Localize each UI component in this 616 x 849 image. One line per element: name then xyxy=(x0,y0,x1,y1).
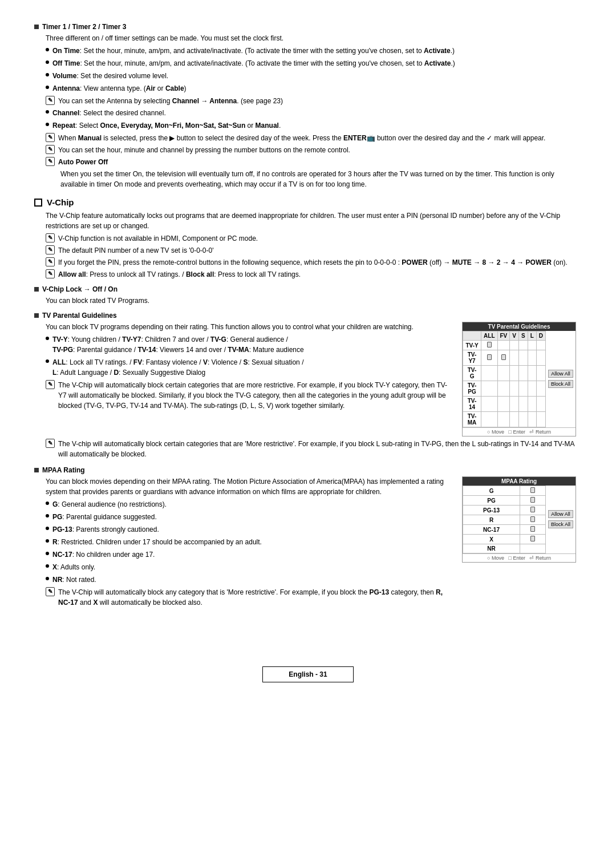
timer-item-channel: Channel: Select the desired channel. xyxy=(46,108,582,118)
vchip-note1: ✎ V-Chip function is not available in HD… xyxy=(46,233,582,244)
timer-intro: Three different on / off timer settings … xyxy=(46,33,582,43)
tv-table-footer: ○ Move □ Enter ⏎ Return xyxy=(463,427,576,436)
vchip-note4: ✎ Allow all: Press to unlock all TV rati… xyxy=(46,269,582,280)
cell xyxy=(528,412,536,427)
col-v: V xyxy=(510,331,519,341)
cell xyxy=(518,412,528,427)
vchip-lock-title: V-Chip Lock → Off / On xyxy=(34,285,582,293)
bullet-dot-x xyxy=(46,564,49,568)
mpaa-block-all-button[interactable]: Block All xyxy=(548,520,573,528)
col-l: L xyxy=(528,331,536,341)
timer-list: On Time: Set the hour, minute, am/pm, an… xyxy=(46,46,582,94)
cell xyxy=(497,366,510,381)
mpaa-cell xyxy=(520,496,546,506)
cell xyxy=(528,341,536,350)
cell xyxy=(510,366,519,381)
cell xyxy=(497,350,510,366)
vchip-title: V-Chip xyxy=(47,197,74,207)
rating-label: TV-Y7 xyxy=(463,350,481,366)
note-icon11: ✎ xyxy=(46,587,55,596)
cell xyxy=(510,397,519,412)
square-bullet-icon3 xyxy=(34,313,39,318)
tv-parental-text-col: You can block TV programs depending on t… xyxy=(34,322,451,413)
tv-table-buttons: Allow All Block All xyxy=(546,331,576,427)
mpaa-label: NR xyxy=(463,544,520,553)
auto-power-text: When you set the timer On, the televisio… xyxy=(60,169,582,189)
mpaa-label: G xyxy=(463,486,520,496)
cell xyxy=(497,381,510,397)
cell xyxy=(481,397,497,412)
cell xyxy=(528,366,536,381)
rating-label: TV-MA xyxy=(463,412,481,427)
mpaa-item-r: R: Restricted. Children under 17 should … xyxy=(46,537,451,547)
allow-all-button[interactable]: Allow All xyxy=(548,370,573,378)
bullet-dot-r xyxy=(46,539,49,543)
table-row: TV-Y7 xyxy=(463,350,546,366)
mpaa-item-x: X: Adults only. xyxy=(46,562,451,572)
cell xyxy=(481,412,497,427)
cell xyxy=(536,350,545,366)
timer-item-ontime: On Time: Set the hour, minute, am/pm, an… xyxy=(46,46,582,56)
note-icon5: ✎ xyxy=(46,233,55,242)
mpaa-title: MPAA Rating xyxy=(34,466,582,474)
mpaa-item-nr: NR: Not rated. xyxy=(46,575,451,585)
mpaa-table: MPAA Rating G PG xyxy=(462,476,582,563)
timer-item-volume: Volume: Set the desired volume level. xyxy=(46,71,582,81)
mpaa-item-pg: PG: Parental guidance suggested. xyxy=(46,512,451,522)
cell xyxy=(481,366,497,381)
repeat-note: ✎ When Manual is selected, press the ▶ b… xyxy=(46,133,582,143)
footer-area: English - 31 xyxy=(34,644,582,682)
cell xyxy=(518,366,528,381)
bullet-dot-icon2 xyxy=(46,60,49,64)
mpaa-table-body: G PG PG-13 xyxy=(463,486,576,553)
mpaa-table-widget: MPAA Rating G PG xyxy=(462,476,576,563)
mpaa-label: PG xyxy=(463,496,520,506)
cell xyxy=(536,366,545,381)
vchip-note3: ✎ If you forget the PIN, press the remot… xyxy=(46,257,582,268)
col-d: D xyxy=(536,331,545,341)
mpaa-cell xyxy=(520,544,546,553)
bullet-dot-icon6 xyxy=(46,123,49,126)
mpaa-buttons: Allow All Block All xyxy=(546,486,576,553)
col-all: ALL xyxy=(481,331,497,341)
number-note: ✎ You can set the hour, minute and chann… xyxy=(46,145,582,155)
mpaa-note: ✎ The V-Chip will automatically block an… xyxy=(46,587,451,608)
col-empty xyxy=(463,331,481,341)
mpaa-cell xyxy=(520,486,546,496)
note-icon6: ✎ xyxy=(46,245,55,254)
bullet-dot-icon5 xyxy=(46,110,49,114)
mpaa-allow-all-button[interactable]: Allow All xyxy=(548,510,573,518)
vchip-note2: ✎ The default PIN number of a new TV set… xyxy=(46,245,582,256)
rating-label: TV-G xyxy=(463,366,481,381)
bullet-dot-icon3 xyxy=(46,73,49,76)
antenna-note: ✎ You can set the Antenna by selecting C… xyxy=(46,96,582,106)
cell xyxy=(528,397,536,412)
block-all-button[interactable]: Block All xyxy=(548,380,573,388)
cell xyxy=(510,341,519,350)
bullet-dot-pg xyxy=(46,514,49,518)
tv-parental-title: TV Parental Guidelines xyxy=(34,312,582,320)
mpaa-label: X xyxy=(463,535,520,544)
mpaa-label: R xyxy=(463,515,520,525)
tv-parental-ratings-table: ALL FV V S L D TV-Y xyxy=(463,331,546,427)
cell xyxy=(518,381,528,397)
note-icon10: ✎ xyxy=(46,439,55,448)
cell xyxy=(510,350,519,366)
cell xyxy=(518,341,528,350)
cell xyxy=(536,412,545,427)
tv-parental-note2: ✎ The V-chip will automatically block ce… xyxy=(46,439,582,459)
cell xyxy=(497,397,510,412)
note-icon8: ✎ xyxy=(46,269,55,278)
bullet-dot-pg13 xyxy=(46,527,49,530)
mpaa-label: PG-13 xyxy=(463,506,520,515)
vchip-lock-text: You can block rated TV Programs. xyxy=(46,296,582,306)
tv-parental-content: You can block TV programs depending on t… xyxy=(34,322,582,436)
bullet-dot-nr xyxy=(46,577,49,580)
tv-parental-intro: You can block TV programs depending on t… xyxy=(46,322,451,332)
cell xyxy=(510,412,519,427)
tv-parental-item2: ALL: Lock all TV ratings. / FV: Fantasy … xyxy=(46,357,451,378)
mpaa-cell xyxy=(520,515,546,525)
mpaa-text-col: You can block movies depending on their … xyxy=(34,476,451,609)
bullet-dot-icon xyxy=(46,48,49,51)
col-s: S xyxy=(518,331,528,341)
